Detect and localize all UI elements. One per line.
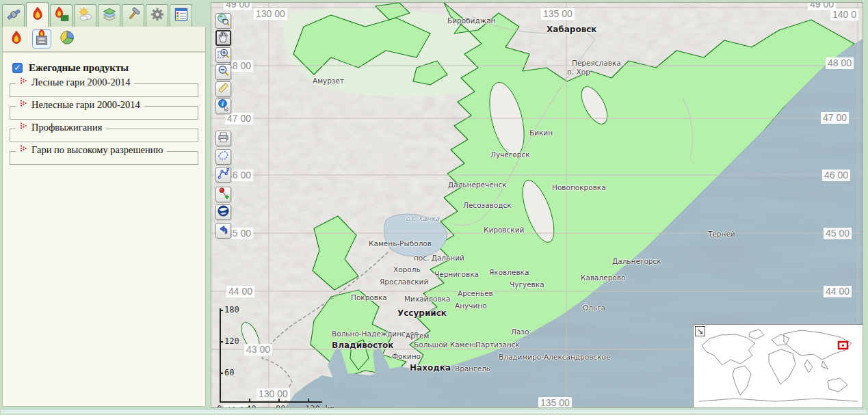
layer-group-label: Гари по высокому разрешению [31,144,163,156]
add-placemark-icon [217,187,230,202]
grid-coordinate-label: 135 00 [538,397,572,408]
map-tool-print[interactable] [215,131,231,146]
layer-group-label: Профвыжигания [31,122,102,133]
tools-icon [126,7,141,25]
map-tool-add-placemark[interactable] [215,187,231,202]
city-label: Амурзет [313,77,344,85]
city-label: Лучегорск [490,150,530,159]
expander-icon[interactable] [20,99,27,111]
city-label: Арсеньев [458,289,493,297]
layer-group-1: Нелесные гари 2000-2014 [10,106,198,120]
pie-chart-icon [59,29,75,49]
layers-panel: ✓ Ежегодные продукты Лесные гари 2000-20… [2,52,206,407]
map-tool-identify-info[interactable]: i [215,98,231,114]
layer-group-label: Лесные гари 2000-2014 [31,77,130,88]
grid-coordinate-label: 130 00 [254,8,287,20]
tab-tools[interactable] [122,4,144,27]
water-label: оз. Ханка [406,215,439,222]
city-label: Переяславка [572,59,621,67]
left-panel: ✓ Ежегодные продукты Лесные гари 2000-20… [2,2,206,407]
city-label: Кавалерово [581,273,625,282]
tab-layers[interactable] [98,4,120,27]
inset-collapse-button[interactable]: ↘ [695,326,705,336]
tab-legend-table[interactable] [170,4,192,27]
annual-products-checkbox[interactable]: ✓ [12,63,23,73]
print-icon [217,131,230,146]
grid-coordinate-label: 48 00 [826,57,854,69]
google-earth-icon [217,204,230,220]
subtool-pie-chart[interactable] [57,29,77,49]
city-label: Михайловка [404,295,450,303]
zoom-out-icon [217,64,230,80]
fire-archive-icon [34,29,50,49]
subtool-fire-archive[interactable] [32,29,51,49]
city-label: Партизанск [475,340,520,349]
settings-gear-icon [150,7,165,25]
city-label: Владимиро-Александровское [499,353,610,361]
tab-bar [2,2,206,27]
select-polygon-icon [217,149,230,165]
tab-weather[interactable] [74,4,96,27]
tab-settings-gear[interactable] [146,4,168,27]
tab-fire[interactable] [26,2,49,27]
pan-hand-icon [217,30,230,46]
subtool-fire[interactable] [7,29,26,49]
city-label: Находка [410,363,451,373]
city-label: Анучино [455,302,487,310]
city-label: Покровка [351,293,387,302]
layer-group-legend: Профвыжигания [16,122,106,133]
layer-group-legend: Лесные гари 2000-2014 [16,77,134,88]
fire-icon [9,30,24,48]
identify-info-icon: i [217,98,230,114]
city-label: Камень-Рыболов [369,239,432,247]
map-tool-zoom-world[interactable] [215,13,231,29]
grid-coordinate-label: 44 00 [824,286,852,297]
layer-group-legend: Гари по высокому разрешению [16,144,167,156]
city-label: Чугуевка [510,280,544,289]
expander-icon[interactable] [20,144,27,156]
map-tool-select-polygon[interactable] [215,149,231,165]
scalebar-v-tick: 120 [224,336,239,346]
weather-icon [78,7,93,25]
city-label: Фокино [392,352,421,360]
annual-products-label: Ежегодные продукты [29,62,129,74]
expander-icon[interactable] [20,77,27,88]
map-tool-google-earth[interactable] [215,204,231,220]
grid-coordinate-label: 135 00 [541,8,575,20]
svg-text:i: i [222,100,224,107]
scalebar-h-tick: 40 [246,404,256,408]
grid-coordinate-label: 130 00 [257,388,290,400]
scalebar-v-tick: 60 [224,368,234,377]
tab-satellite[interactable] [2,4,25,27]
city-label: Ольга [583,304,605,312]
map-tool-measure-ruler[interactable] [215,81,231,97]
scalebar-h-tick: 0 [217,404,222,408]
fire-map-icon [54,7,69,25]
map-tool-pan-hand[interactable] [215,30,231,46]
undo-icon [217,223,230,239]
map-tool-undo[interactable] [215,223,231,239]
city-label: Кировский [484,226,524,234]
tab-fire-map[interactable] [50,4,73,27]
layer-group-3: Гари по высокому разрешению [10,151,198,165]
grid-coordinate-label: 49 00 [224,2,252,10]
sub-toolbar [2,27,206,52]
layer-group-0: Лесные гари 2000-2014 [10,83,198,97]
map-tool-zoom-out[interactable] [215,64,231,80]
city-label: Большой Камень [414,340,478,349]
zoom-in-box-icon [217,47,230,63]
city-label: Владивосток [332,340,393,350]
bottom-strip [1,409,867,414]
city-label: Дальнегорск [612,257,661,265]
city-label: Черниговка [434,270,479,278]
map-tool-measure-path[interactable] [215,167,231,183]
city-label: Хороль [393,265,421,273]
grid-coordinate-label: 49 00 [808,2,836,10]
map-viewport[interactable]: 49 00130 00135 00140 049 0048 0047 0046 … [211,2,863,408]
city-label: пос. Дальний [414,254,464,262]
map-tool-zoom-in-box[interactable] [215,47,231,63]
scalebar-h-tick: 80 [276,404,285,408]
city-label: Лесозаводск [463,201,512,209]
overview-inset-map[interactable]: ↘ [693,324,863,408]
expander-icon[interactable] [20,122,27,133]
